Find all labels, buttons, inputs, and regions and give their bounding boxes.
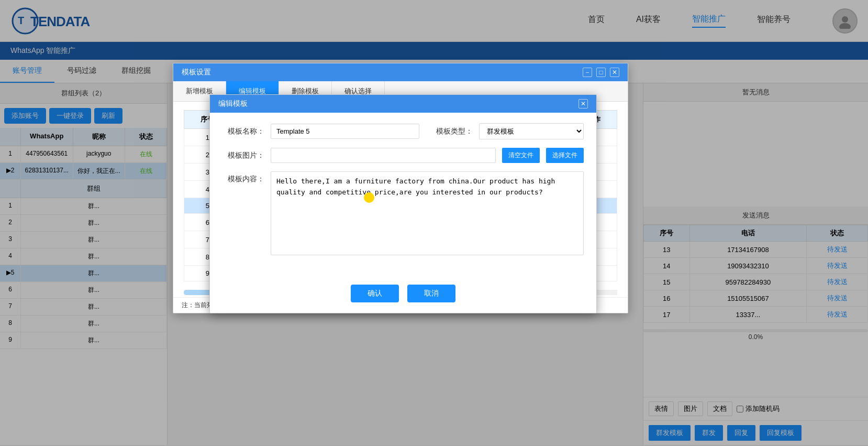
template-modal-title: 模板设置 xyxy=(182,68,211,77)
template-name-input[interactable] xyxy=(271,124,419,139)
modal-close-btn[interactable]: ✕ xyxy=(610,68,619,77)
confirm-btn[interactable]: 确认 xyxy=(351,285,399,302)
edit-modal-footer: 确认 取消 xyxy=(210,276,596,313)
template-content-textarea[interactable]: Hello there,I am a furniture factory fro… xyxy=(271,171,584,255)
name-label: 模板名称： xyxy=(222,127,264,136)
modal-minimize-btn[interactable]: － xyxy=(583,68,592,77)
template-modal-controls: － □ ✕ xyxy=(583,68,619,77)
edit-modal-title: 编辑模板 xyxy=(218,99,248,108)
image-label: 模板图片： xyxy=(222,151,264,160)
edit-modal-body: 模板名称： 模板类型： 群发模板 模板图片： 清空文件 选择文件 模板内容： H… xyxy=(210,113,596,276)
type-label: 模板类型： xyxy=(436,127,473,136)
edit-modal-titlebar: 编辑模板 ✕ xyxy=(210,95,596,113)
modal-maximize-btn[interactable]: □ xyxy=(596,68,606,77)
template-image-input[interactable] xyxy=(271,148,496,163)
template-content-row: 模板内容： Hello there,I am a furniture facto… xyxy=(222,171,584,257)
type-select-wrapper: 群发模板 xyxy=(479,123,584,139)
cancel-btn[interactable]: 取消 xyxy=(407,285,455,302)
template-type-select[interactable]: 群发模板 xyxy=(479,123,584,139)
content-label: 模板内容： xyxy=(222,175,264,184)
textarea-wrapper: Hello there,I am a furniture factory fro… xyxy=(271,171,584,257)
template-image-row: 模板图片： 清空文件 选择文件 xyxy=(222,148,584,163)
edit-modal-close-btn[interactable]: ✕ xyxy=(578,99,588,108)
edit-template-modal: 编辑模板 ✕ 模板名称： 模板类型： 群发模板 模板图片： 清空文件 选择文件 … xyxy=(209,94,597,313)
clear-file-btn[interactable]: 清空文件 xyxy=(502,148,540,163)
choose-file-btn[interactable]: 选择文件 xyxy=(546,148,584,163)
template-name-row: 模板名称： 模板类型： 群发模板 xyxy=(222,123,584,139)
template-modal-titlebar: 模板设置 － □ ✕ xyxy=(173,63,628,81)
